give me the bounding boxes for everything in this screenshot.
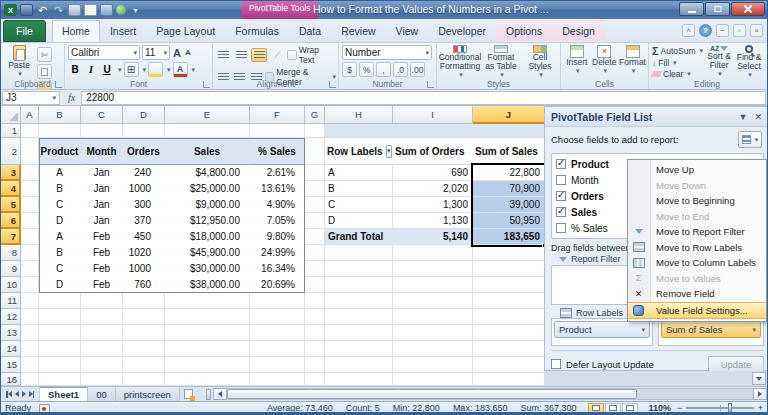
cell-C3[interactable]: Jan <box>81 165 123 181</box>
clear-button[interactable]: Clear▾ <box>652 69 703 79</box>
column-header-I[interactable]: I <box>393 106 473 124</box>
tab-formulas[interactable]: Formulas <box>225 20 289 42</box>
cell-H5[interactable]: C <box>325 197 393 213</box>
print-icon[interactable] <box>68 4 81 16</box>
row-header-9[interactable]: 9 <box>1 261 21 277</box>
tab-data[interactable]: Data <box>289 20 331 42</box>
cell-A12[interactable] <box>21 309 39 325</box>
font-size-select[interactable]: 11▾ <box>142 45 170 60</box>
cell-A14[interactable] <box>21 341 39 357</box>
column-header-D[interactable]: D <box>123 106 165 124</box>
font-color-icon[interactable]: A <box>173 62 188 77</box>
field-checkbox[interactable] <box>556 159 566 169</box>
cell-D13[interactable] <box>123 325 165 341</box>
cell-I2[interactable]: Sum of Orders <box>393 138 473 165</box>
pane-layout-button[interactable]: ▾ <box>738 131 762 148</box>
number-format-select[interactable]: Number▾ <box>342 45 432 60</box>
cell-A2[interactable] <box>21 138 39 165</box>
cell-C12[interactable] <box>81 309 123 325</box>
cell-B9[interactable]: C <box>39 261 81 277</box>
pivottable-tools-tab[interactable]: PivotTable Tools <box>241 1 318 19</box>
cell-E14[interactable] <box>165 341 250 357</box>
number-dialog-launcher-icon[interactable] <box>427 81 434 88</box>
cell-J14[interactable] <box>473 341 544 357</box>
cell-D1[interactable] <box>123 124 165 138</box>
cell-E9[interactable]: $30,000.00 <box>165 261 250 277</box>
cell-I8[interactable] <box>393 245 473 261</box>
column-header-J[interactable]: J <box>473 106 544 124</box>
wrap-text-button[interactable]: Wrap Text <box>287 45 336 65</box>
cell-G16[interactable] <box>305 373 325 386</box>
column-header-E[interactable]: E <box>165 106 250 124</box>
cell-F1[interactable] <box>250 124 305 138</box>
cell-I6[interactable]: 1,130 <box>393 213 473 229</box>
cell-E12[interactable] <box>165 309 250 325</box>
copy-icon[interactable] <box>37 64 52 79</box>
cell-I4[interactable]: 2,020 <box>393 181 473 197</box>
orientation-icon[interactable]: ⟋ <box>269 48 285 62</box>
cell-C7[interactable]: Feb <box>81 229 123 245</box>
restore-button[interactable] <box>705 2 730 16</box>
column-header-H[interactable]: H <box>325 106 393 124</box>
cell-H3[interactable]: A <box>325 165 393 181</box>
cell-D9[interactable]: 1000 <box>123 261 165 277</box>
tab-developer[interactable]: Developer <box>428 20 496 42</box>
row-header-8[interactable]: 8 <box>1 245 21 261</box>
excel-icon[interactable]: X <box>4 4 17 16</box>
cell-C15[interactable] <box>81 357 123 373</box>
first-sheet-icon[interactable] <box>6 391 12 398</box>
cell-B14[interactable] <box>39 341 81 357</box>
hscroll-track[interactable] <box>227 388 753 400</box>
cell-H15[interactable] <box>325 357 393 373</box>
cell-G15[interactable] <box>305 357 325 373</box>
cell-G5[interactable] <box>305 197 325 213</box>
row-header-11[interactable]: 11 <box>1 293 21 309</box>
cell-I10[interactable] <box>393 277 473 293</box>
row-header-5[interactable]: 5 <box>1 197 21 213</box>
cell-I5[interactable]: 1,300 <box>393 197 473 213</box>
cell-C14[interactable] <box>81 341 123 357</box>
menu-item-move-to-column-labels[interactable]: Move to Column Labels <box>628 255 766 271</box>
cell-B2[interactable]: Product <box>39 138 81 165</box>
menu-item-move-down[interactable]: Move Down <box>628 178 766 194</box>
cell-A15[interactable] <box>21 357 39 373</box>
find-select-button[interactable]: Find & Select▾ <box>735 45 763 78</box>
cell-B11[interactable] <box>39 293 81 309</box>
autosum-button[interactable]: ΣAutoSum▾ <box>652 45 703 57</box>
sort-filter-button[interactable]: AZ Sort & Filter▾ <box>705 45 733 78</box>
cell-D3[interactable]: 240 <box>123 165 165 181</box>
field-checkbox[interactable] <box>556 175 566 185</box>
italic-button[interactable]: I <box>84 63 98 77</box>
menu-item-move-to-report-filter[interactable]: Move to Report Filter <box>628 224 766 240</box>
workbook-minimize-icon[interactable]: − <box>716 24 729 37</box>
grow-font-icon[interactable]: A <box>172 46 182 60</box>
cell-B13[interactable] <box>39 325 81 341</box>
cell-G7[interactable] <box>305 229 325 245</box>
field-checkbox[interactable] <box>556 191 566 201</box>
cell-D16[interactable] <box>123 373 165 386</box>
cell-J16[interactable] <box>473 373 544 386</box>
cell-C11[interactable] <box>81 293 123 309</box>
prev-sheet-icon[interactable] <box>15 391 19 397</box>
cell-A10[interactable] <box>21 277 39 293</box>
name-box[interactable]: J3▾ <box>2 91 60 105</box>
row-header-6[interactable]: 6 <box>1 213 21 229</box>
font-name-select[interactable]: Calibri▾ <box>68 45 140 60</box>
cell-E11[interactable] <box>165 293 250 309</box>
menu-item-move-to-beginning[interactable]: Move to Beginning <box>628 193 766 209</box>
middle-align-icon[interactable] <box>234 48 250 62</box>
select-all-corner[interactable] <box>1 106 21 124</box>
cell-D10[interactable]: 760 <box>123 277 165 293</box>
preview-icon[interactable] <box>84 4 97 16</box>
cell-B16[interactable] <box>39 373 81 386</box>
fill-button[interactable]: ↓Fill▾ <box>652 58 703 68</box>
cell-G2[interactable] <box>305 138 325 165</box>
sheet-tab-printscreen[interactable]: printscreen <box>116 387 180 401</box>
undo-icon[interactable]: ↶ <box>36 4 49 16</box>
cell-F7[interactable]: 9.80% <box>250 229 305 245</box>
defer-layout-checkbox[interactable] <box>551 359 561 369</box>
bold-button[interactable]: B <box>68 63 82 77</box>
cell-A16[interactable] <box>21 373 39 386</box>
cell-J1[interactable] <box>473 124 544 138</box>
cell-H11[interactable] <box>325 293 393 309</box>
